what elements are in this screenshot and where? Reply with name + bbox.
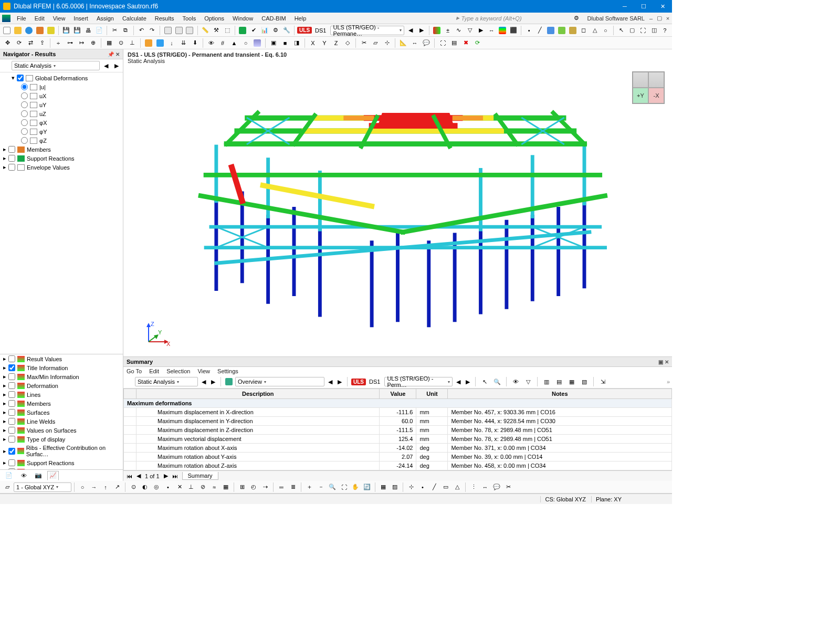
summary-col3-icon[interactable]: ▦ — [566, 376, 577, 387]
mdi-close-button[interactable]: × — [664, 15, 672, 22]
wireframe-icon[interactable]: ▣ — [268, 38, 279, 48]
new-icon[interactable] — [2, 25, 12, 36]
show-supports-icon[interactable]: ▲ — [229, 38, 239, 48]
calculate-all-icon[interactable] — [238, 25, 248, 36]
th-unit[interactable]: Unit — [416, 389, 448, 399]
minimize-button[interactable]: ─ — [615, 0, 634, 13]
workplane-btn-icon[interactable]: ▱ — [2, 482, 13, 492]
supports-checkbox[interactable] — [8, 155, 15, 162]
extrude-icon[interactable]: ⇪ — [37, 38, 47, 48]
global-cs-icon[interactable]: ⊹ — [382, 38, 392, 48]
summary-prev2-icon[interactable]: ◀ — [327, 377, 334, 386]
disp-opt-6-checkbox[interactable] — [8, 409, 15, 416]
result-values-icon[interactable]: ± — [443, 25, 453, 36]
redo-icon[interactable]: ↷ — [148, 25, 158, 36]
origin-icon[interactable]: ○ — [77, 482, 88, 492]
th-description[interactable]: Description — [136, 389, 380, 399]
config-icon[interactable]: ⚒ — [212, 25, 222, 36]
save-icon[interactable]: 💾 — [61, 25, 71, 36]
pan-icon[interactable]: ✋ — [350, 482, 361, 492]
full-screen-icon[interactable]: ⛶ — [437, 38, 448, 48]
summary-select-icon[interactable]: ↖ — [479, 376, 490, 387]
summary-col1-icon[interactable]: ▥ — [541, 376, 552, 387]
animation-icon[interactable]: ▶ — [476, 25, 486, 36]
snap-perp-icon[interactable]: ⊥ — [186, 482, 196, 492]
orbit-icon[interactable]: 🔄 — [362, 482, 372, 492]
keyword-clear-icon[interactable]: ⚙ — [572, 15, 581, 22]
def-phiy-radio[interactable] — [21, 128, 28, 135]
mdi-minimize-button[interactable]: – — [647, 15, 655, 22]
axis-z-icon[interactable]: ↗ — [112, 482, 122, 492]
summary-menu-selection[interactable]: Selection — [166, 368, 190, 374]
menu-window[interactable]: Window — [228, 14, 257, 23]
snap-node-icon[interactable]: • — [163, 482, 173, 492]
result-diagram-icon[interactable] — [432, 25, 442, 36]
workplane-icon[interactable]: ▱ — [370, 38, 381, 48]
save-all-icon[interactable]: 💾 — [72, 25, 82, 36]
filter-icon[interactable]: ▽ — [465, 25, 475, 36]
menu-options[interactable]: Options — [200, 14, 228, 23]
prev-analysis-icon[interactable]: ◀ — [102, 61, 110, 70]
cut-icon[interactable]: ✂ — [110, 25, 120, 36]
track-icon[interactable]: ⇢ — [260, 482, 270, 492]
line-icon[interactable]: ╱ — [535, 25, 545, 36]
support-icon[interactable]: △ — [590, 25, 600, 36]
scale-icon[interactable]: ↔ — [487, 25, 497, 36]
print-icon[interactable]: 🖶 — [83, 25, 93, 36]
menu-calculate[interactable]: Calculate — [118, 14, 151, 23]
disp-opt-5-checkbox[interactable] — [8, 400, 15, 407]
table-row[interactable]: Maximum displacement in Y-direction60.0m… — [124, 417, 672, 426]
keyword-search[interactable]: Type a keyword (Alt+Q) — [456, 15, 572, 22]
def-uz-radio[interactable] — [21, 110, 28, 117]
table-row[interactable]: Maximum displacement in X-direction-111.… — [124, 408, 672, 417]
member-icon[interactable] — [546, 25, 556, 36]
nav-tab-data-icon[interactable]: 📄 — [3, 471, 15, 480]
pager-tab-summary[interactable]: Summary — [182, 472, 218, 480]
parameters-icon[interactable]: 📊 — [260, 25, 270, 36]
load-case-icon[interactable] — [143, 38, 154, 48]
snap-tangent-icon[interactable]: ⊘ — [197, 482, 208, 492]
summary-next2-icon[interactable]: ▶ — [336, 377, 343, 386]
summary-prev3-icon[interactable]: ◀ — [455, 377, 462, 386]
summary-menu-edit[interactable]: Edit — [149, 368, 159, 374]
summary-overview-dropdown[interactable]: Overview▾ — [235, 377, 324, 386]
section-icon[interactable]: ⬛ — [509, 25, 519, 36]
solid-icon[interactable] — [568, 25, 578, 36]
join-icon[interactable]: ⊕ — [88, 38, 98, 48]
divide-icon[interactable]: ÷ — [53, 38, 64, 48]
disp-opt-4-checkbox[interactable] — [8, 391, 15, 398]
next-lc-icon[interactable]: ▶ — [416, 25, 426, 36]
disp-opt-2-checkbox[interactable] — [8, 373, 15, 380]
axis-x-icon[interactable]: → — [89, 482, 99, 492]
measure-icon[interactable]: 📐 — [398, 38, 408, 48]
show-loads-icon[interactable]: 👁 — [206, 38, 216, 48]
polar-icon[interactable]: ◴ — [248, 482, 259, 492]
summary-menu-goto[interactable]: Go To — [127, 368, 142, 374]
print-report-icon[interactable]: 📄 — [94, 25, 104, 36]
maximize-button[interactable]: ☐ — [634, 0, 653, 13]
view-cube-face[interactable] — [633, 72, 648, 88]
navigator-tree[interactable]: ▾Global Deformations |u| uX uY uZ φX φY … — [0, 72, 123, 354]
load-combination-dropdown[interactable]: ULS (STR/GEO) - Permane…▾ — [330, 26, 404, 35]
table-row[interactable]: Maximum displacement in Z-direction-111.… — [124, 426, 672, 435]
menu-tools[interactable]: Tools — [178, 14, 200, 23]
multi-window-icon[interactable]: ▤ — [449, 38, 459, 48]
snap-nearest-icon[interactable]: ≈ — [209, 482, 219, 492]
clip-plane-icon[interactable]: ✂ — [359, 38, 369, 48]
connect-icon[interactable]: ⊶ — [65, 38, 75, 48]
dimension-lines-icon[interactable]: ↔ — [480, 482, 490, 492]
envelope-checkbox[interactable] — [8, 164, 15, 171]
background-icon[interactable]: ▨ — [390, 482, 400, 492]
summary-prev1-icon[interactable]: ◀ — [200, 377, 207, 386]
disp-opt-11-checkbox[interactable] — [8, 459, 15, 466]
view-z-icon[interactable]: Z — [331, 38, 341, 48]
check-icon[interactable]: ✔ — [249, 25, 259, 36]
close-button[interactable]: ✕ — [653, 0, 672, 13]
lineweight-icon[interactable]: ═ — [276, 482, 287, 492]
global-def-checkbox[interactable] — [17, 75, 24, 81]
view-cube[interactable]: +Y -X — [632, 71, 665, 104]
solid-view-icon[interactable]: ■ — [280, 38, 290, 48]
snap-center-icon[interactable]: ◎ — [151, 482, 162, 492]
snap-end-icon[interactable]: ⊙ — [128, 482, 139, 492]
menu-cadbim[interactable]: CAD-BIM — [257, 14, 290, 23]
